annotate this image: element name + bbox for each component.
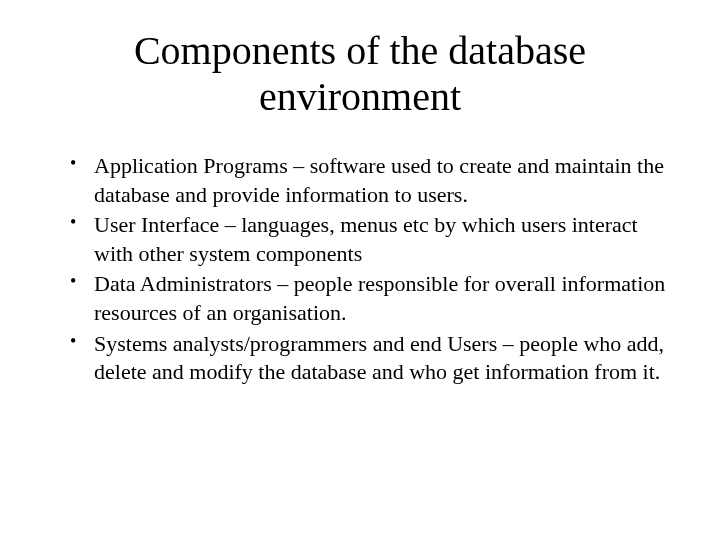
slide-title: Components of the database environment — [48, 28, 672, 120]
bullet-list: Application Programs – software used to … — [48, 152, 672, 387]
list-item: User Interface – languages, menus etc by… — [76, 211, 672, 268]
list-item: Data Administrators – people responsible… — [76, 270, 672, 327]
list-item: Systems analysts/programmers and end Use… — [76, 330, 672, 387]
list-item: Application Programs – software used to … — [76, 152, 672, 209]
